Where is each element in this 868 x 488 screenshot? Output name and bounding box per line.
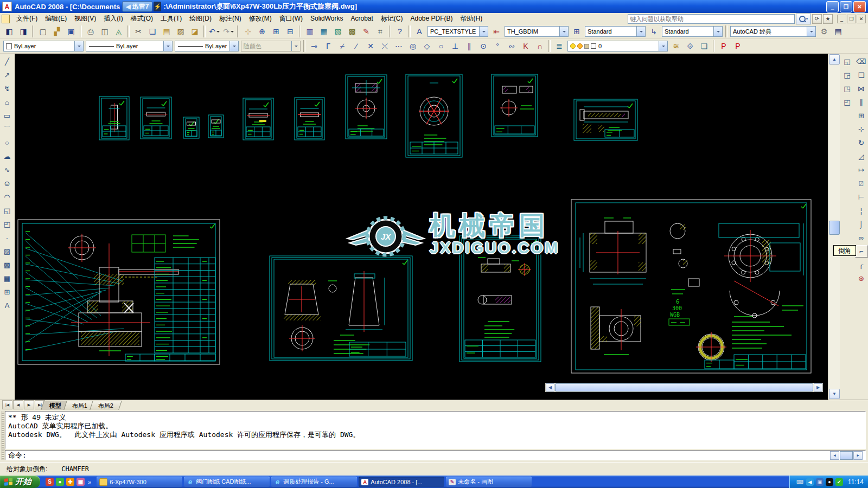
keyboard-tray-icon[interactable]: ⌨ — [796, 478, 804, 486]
table-style-select[interactable]: Standard — [585, 26, 646, 37]
drawing-area[interactable]: 6300WGB — [15, 54, 828, 400]
break-icon[interactable]: ⌡ — [855, 218, 868, 230]
construction-line-icon[interactable]: ↗ — [1, 69, 14, 81]
scroll-up-icon[interactable]: ▲ — [829, 54, 840, 65]
pdf-convert-icon[interactable]: P — [731, 40, 744, 53]
ellipse-arc-icon[interactable]: ◠ — [1, 191, 14, 203]
autocad-app-icon[interactable]: A — [2, 2, 12, 11]
rectangle-icon[interactable]: ▭ — [1, 110, 14, 122]
tool-icon[interactable]: ⊸ — [308, 40, 321, 53]
help-icon[interactable]: ? — [393, 25, 406, 38]
linetype-select[interactable]: ByLayer — [86, 41, 173, 52]
taskbar-button[interactable]: e阀门图纸 CAD图纸... — [184, 477, 270, 487]
send-under-icon[interactable]: ◰ — [841, 96, 854, 108]
combo-arrow-icon[interactable] — [636, 27, 645, 36]
combo-arrow-icon[interactable] — [479, 27, 488, 36]
revision-cloud-icon[interactable]: ☁ — [1, 150, 14, 163]
polyline-icon[interactable]: ↯ — [1, 82, 14, 95]
close-button[interactable]: ✕ — [853, 1, 866, 12]
join-icon[interactable]: ∞ — [855, 232, 868, 244]
shield-tray-icon[interactable]: ✔ — [835, 478, 843, 486]
rotate-icon[interactable]: ↻ — [855, 137, 868, 149]
toolpalettes-icon[interactable]: ▧ — [331, 25, 344, 38]
tool-icon[interactable]: ○ — [435, 40, 448, 53]
designcenter-icon[interactable]: ▦ — [317, 25, 330, 38]
tool-icon[interactable]: ✕ — [364, 40, 377, 53]
layer-select[interactable]: 0 — [567, 41, 668, 52]
multiline-text-icon[interactable]: A — [1, 299, 14, 312]
cmd-scroll-thumb[interactable] — [840, 451, 853, 460]
tab-nav-icon[interactable]: ◀ — [13, 400, 23, 409]
tool-icon[interactable]: ⋯ — [392, 40, 405, 53]
vertical-scrollbar[interactable]: ▲ ▼ — [828, 54, 840, 400]
tool-icon[interactable]: ° — [491, 40, 504, 53]
command-prompt-row[interactable]: 命令: ◀ ▶ — [5, 450, 866, 460]
tool-icon[interactable]: ⊙ — [477, 40, 490, 53]
lineweight-select[interactable]: ByLayer — [175, 41, 239, 52]
comm-center-icon[interactable]: ⟳ — [812, 14, 822, 24]
tool-icon[interactable]: ∩ — [533, 40, 546, 53]
pan-icon[interactable]: ⊹ — [241, 25, 254, 38]
document-icon[interactable] — [2, 15, 10, 23]
redo-icon[interactable]: ↷ — [222, 25, 235, 38]
insert-block-icon[interactable]: ◱ — [1, 204, 14, 217]
open-icon[interactable]: ▞ — [50, 25, 63, 38]
workspace-select[interactable]: AutoCAD 经典 — [730, 26, 816, 37]
menu-窗口(W)[interactable]: 窗口(W) — [276, 14, 307, 23]
layer-freeze-icon[interactable] — [577, 43, 583, 49]
combo-arrow-icon[interactable] — [713, 27, 722, 36]
undo-icon[interactable]: ↶ — [208, 25, 221, 38]
mleader-style-icon[interactable]: ↳ — [647, 25, 660, 38]
horizontal-scrollbar[interactable]: ◀ ▶ — [545, 383, 823, 392]
scale-icon[interactable]: ◿ — [855, 150, 868, 163]
send-to-back-icon[interactable]: ◲ — [841, 69, 854, 81]
tool-icon[interactable]: K — [519, 40, 532, 53]
dropdown-arrow-icon[interactable] — [216, 31, 220, 34]
point-icon[interactable]: · — [1, 232, 14, 244]
tab-布局2[interactable]: 布局2 — [90, 401, 122, 410]
doc-minimize-button[interactable]: _ — [837, 15, 846, 23]
menu-编辑(E)[interactable]: 编辑(E) — [41, 14, 71, 23]
search-icon[interactable]: ▾ — [796, 14, 811, 24]
zoom-previous-icon[interactable]: ⊟ — [284, 25, 297, 38]
dim-style-icon[interactable]: ⇤ — [490, 25, 503, 38]
rotate-tray-icon[interactable]: ◀ — [806, 478, 814, 486]
tool-icon[interactable]: ⊥ — [449, 40, 462, 53]
paste-icon[interactable]: ▤ — [160, 25, 173, 38]
minimize-button[interactable]: _ — [826, 1, 839, 12]
cmd-scroll-left-icon[interactable]: ◀ — [830, 451, 839, 460]
publish-icon[interactable]: ◬ — [112, 25, 125, 38]
move-icon[interactable]: ⊹ — [855, 123, 868, 136]
text-style-select[interactable]: PC_TEXTSTYLE — [427, 26, 488, 37]
xunlei-overlay[interactable]: ◀迅雷7 ⚡ — [122, 1, 161, 12]
quicklaunch-icon-4[interactable]: ▣ — [76, 478, 85, 486]
table-style-icon[interactable]: ⊞ — [570, 25, 583, 38]
explode-icon[interactable]: ⊛ — [855, 272, 868, 285]
start-button[interactable]: 开始 — [0, 476, 40, 488]
menu-SolidWorks[interactable]: SolidWorks — [307, 14, 347, 23]
extend-icon[interactable]: ⊢ — [855, 191, 868, 203]
bring-to-front-icon[interactable]: ◱ — [841, 55, 854, 68]
combo-arrow-icon[interactable] — [291, 41, 300, 51]
menu-工具(T)[interactable]: 工具(T) — [157, 14, 186, 23]
ellipse-icon[interactable]: ⊜ — [1, 177, 14, 190]
vertical-scroll-thumb[interactable] — [829, 221, 840, 235]
tool-icon[interactable]: ∥ — [463, 40, 476, 53]
layer-bulb-icon[interactable] — [570, 43, 576, 49]
sheetset-manager-icon[interactable]: ▩ — [346, 25, 359, 38]
menu-视图(V)[interactable]: 视图(V) — [71, 14, 100, 23]
color-select[interactable]: ByLayer — [3, 41, 84, 52]
tab-nav-icon[interactable]: |◀ — [2, 400, 12, 409]
array-icon[interactable]: ⊞ — [855, 110, 868, 122]
taskbar-button[interactable]: AAutoCAD 2008 - [... — [359, 477, 444, 487]
doc-close-button[interactable]: ✕ — [857, 15, 866, 23]
block-editor-icon[interactable]: ◪ — [188, 25, 201, 38]
tab-nav-icon[interactable]: ▶ — [24, 400, 34, 409]
tool-icon[interactable]: Γ — [322, 40, 335, 53]
menu-Acrobat[interactable]: Acrobat — [347, 14, 376, 23]
save-icon[interactable]: ▣ — [65, 25, 78, 38]
chamfer-icon[interactable]: ⌐ — [855, 245, 868, 258]
tool-icon[interactable]: ◇ — [420, 40, 433, 53]
tool-icon[interactable]: ∾ — [505, 40, 518, 53]
zoom-window-icon[interactable]: ⊞ — [270, 25, 283, 38]
